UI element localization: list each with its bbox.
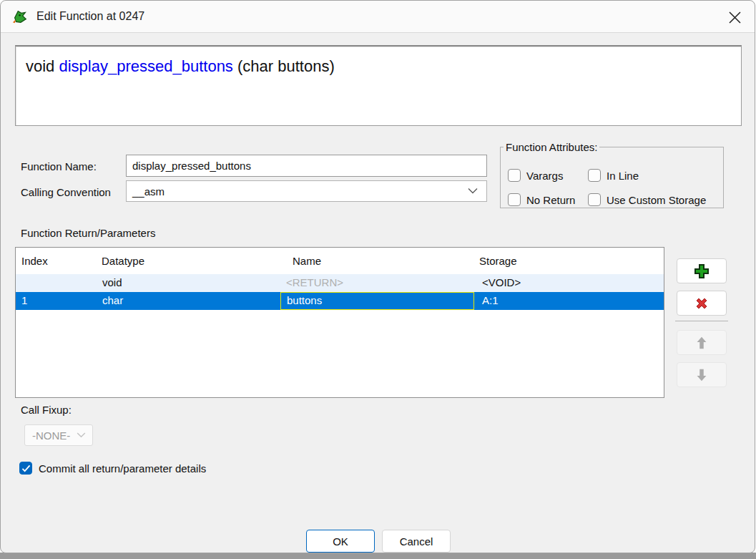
varargs-label: Varargs xyxy=(526,170,563,182)
side-buttons-divider xyxy=(675,321,728,321)
column-header-storage[interactable]: Storage xyxy=(474,255,664,267)
no-return-label: No Return xyxy=(526,194,575,206)
table-header-row: Index Datatype Name Storage xyxy=(16,248,664,274)
chevron-down-icon xyxy=(77,432,86,438)
commit-checkbox[interactable] xyxy=(19,462,32,475)
commit-label: Commit all return/parameter details xyxy=(39,462,206,475)
column-header-name[interactable]: Name xyxy=(280,255,474,267)
cancel-button[interactable]: Cancel xyxy=(382,530,451,553)
close-icon[interactable] xyxy=(725,7,745,27)
call-fixup-label: Call Fixup: xyxy=(21,404,72,416)
calling-convention-label: Calling Convention xyxy=(21,186,111,198)
red-x-icon xyxy=(694,296,710,311)
use-custom-storage-checkbox-box[interactable] xyxy=(588,193,601,206)
signature-return-type: void xyxy=(26,57,59,75)
edit-function-dialog: Edit Function at 0247 void display_press… xyxy=(0,0,755,553)
checkbox-use-custom-storage[interactable]: Use Custom Storage xyxy=(588,193,706,206)
parameters-table: Index Datatype Name Storage void <RETURN… xyxy=(15,247,664,398)
checkbox-inline[interactable]: In Line xyxy=(588,169,639,182)
call-fixup-select[interactable]: -NONE- xyxy=(24,424,93,446)
cell-datatype[interactable]: void xyxy=(97,274,280,292)
calling-convention-select[interactable]: __asm xyxy=(126,180,487,202)
function-signature: void display_pressed_buttons (char butto… xyxy=(16,47,741,76)
cell-index[interactable] xyxy=(16,274,97,292)
signature-params: (char buttons) xyxy=(233,57,335,75)
varargs-checkbox-box[interactable] xyxy=(508,169,521,182)
table-row-return[interactable]: void <RETURN> <VOID> xyxy=(16,274,664,292)
cell-storage[interactable]: <VOID> xyxy=(474,274,664,292)
column-header-datatype[interactable]: Datatype xyxy=(97,255,280,267)
cell-datatype[interactable]: char xyxy=(97,292,280,310)
table-row-param-1[interactable]: 1 char buttons A:1 xyxy=(16,292,664,310)
chevron-down-icon xyxy=(468,188,478,195)
inline-label: In Line xyxy=(607,170,639,182)
calling-convention-value: __asm xyxy=(132,185,165,198)
function-attributes-group: Function Attributes: Varargs In Line No … xyxy=(500,141,724,208)
arrow-down-icon xyxy=(694,367,710,383)
no-return-checkbox-box[interactable] xyxy=(508,193,521,206)
parameters-table-label: Function Return/Parameters xyxy=(21,227,155,239)
arrow-up-icon xyxy=(694,335,710,351)
call-fixup-value: -NONE- xyxy=(32,429,70,442)
inline-checkbox-box[interactable] xyxy=(588,169,601,182)
checkmark-icon xyxy=(21,465,31,472)
ghidra-dragon-icon xyxy=(11,8,29,25)
signature-function-name: display_pressed_buttons xyxy=(59,57,232,75)
checkbox-varargs[interactable]: Varargs xyxy=(508,169,563,182)
window-bottom-edge xyxy=(0,553,756,559)
move-up-button[interactable] xyxy=(677,330,727,355)
commit-details-row[interactable]: Commit all return/parameter details xyxy=(19,462,206,475)
plus-icon xyxy=(693,263,710,280)
cell-storage[interactable]: A:1 xyxy=(474,292,664,310)
column-header-index[interactable]: Index xyxy=(16,255,97,267)
add-parameter-button[interactable] xyxy=(677,258,727,283)
window-title: Edit Function at 0247 xyxy=(36,10,144,23)
delete-parameter-button[interactable] xyxy=(677,291,727,316)
move-down-button[interactable] xyxy=(677,362,727,387)
use-custom-storage-label: Use Custom Storage xyxy=(607,194,706,206)
titlebar: Edit Function at 0247 xyxy=(1,1,755,33)
cell-name[interactable]: <RETURN> xyxy=(280,274,474,292)
function-name-input[interactable] xyxy=(126,155,487,177)
signature-panel[interactable]: void display_pressed_buttons (char butto… xyxy=(15,45,742,126)
cell-name-focused[interactable]: buttons xyxy=(280,292,474,310)
function-name-label: Function Name: xyxy=(21,160,97,172)
cell-index[interactable]: 1 xyxy=(16,292,97,310)
checkbox-no-return[interactable]: No Return xyxy=(508,193,575,206)
function-attributes-title: Function Attributes: xyxy=(504,141,599,153)
ok-button[interactable]: OK xyxy=(306,530,375,553)
